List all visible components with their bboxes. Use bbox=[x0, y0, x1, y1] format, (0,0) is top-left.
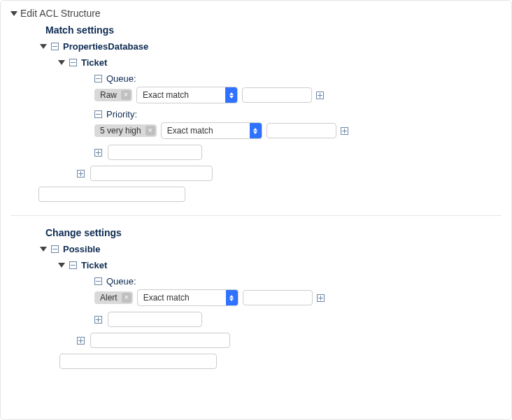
section-separator bbox=[10, 215, 502, 216]
match-settings-heading: Match settings bbox=[45, 24, 502, 36]
match-queue-value-input[interactable] bbox=[242, 87, 312, 103]
change-add-root-row bbox=[59, 354, 502, 371]
match-queue-chip-remove-icon[interactable]: × bbox=[121, 90, 131, 100]
change-queue-chip: Alert × bbox=[94, 291, 133, 304]
match-ticket-add-field-icon[interactable] bbox=[94, 149, 102, 157]
match-queue-field-row: Queue: bbox=[94, 73, 502, 84]
match-root-label: PropertiesDatabase bbox=[63, 41, 148, 52]
match-priority-remove-icon[interactable] bbox=[94, 110, 102, 118]
match-priority-matchtype-text: Exact match bbox=[167, 126, 213, 136]
match-root-remove-icon[interactable] bbox=[51, 43, 59, 50]
change-add-root-input[interactable] bbox=[59, 354, 217, 369]
match-ticket-remove-icon[interactable] bbox=[69, 59, 77, 66]
match-queue-remove-icon[interactable] bbox=[94, 75, 102, 82]
match-add-root-row bbox=[38, 187, 502, 204]
match-priority-field-row: Priority: bbox=[94, 109, 502, 120]
change-settings-heading: Change settings bbox=[45, 227, 502, 238]
change-ticket-triangle-icon[interactable] bbox=[58, 263, 65, 268]
select-arrows-icon bbox=[226, 290, 238, 305]
change-root-add-child-input[interactable] bbox=[90, 333, 230, 348]
change-queue-chip-text: Alert bbox=[100, 293, 118, 303]
change-ticket-add-field-icon[interactable] bbox=[94, 316, 102, 324]
select-arrows-icon bbox=[225, 87, 237, 103]
change-ticket-label: Ticket bbox=[81, 260, 107, 270]
change-root-row[interactable]: Possible bbox=[40, 244, 502, 254]
change-root-label: Possible bbox=[63, 244, 100, 254]
match-priority-chip-text: 5 very high bbox=[100, 126, 141, 136]
match-root-triangle-icon[interactable] bbox=[40, 44, 47, 49]
match-root-row[interactable]: PropertiesDatabase bbox=[40, 41, 502, 52]
match-queue-label: Queue: bbox=[106, 73, 136, 84]
match-root-add-child-row bbox=[77, 166, 502, 181]
change-queue-chip-remove-icon[interactable]: × bbox=[122, 293, 131, 303]
change-queue-add-icon[interactable] bbox=[317, 294, 325, 302]
change-queue-controls: Alert × Exact match bbox=[94, 289, 502, 306]
match-ticket-label: Ticket bbox=[81, 57, 107, 68]
change-queue-matchtype-select[interactable]: Exact match bbox=[137, 289, 239, 306]
match-priority-add-icon[interactable] bbox=[341, 127, 348, 135]
match-root-add-child-input[interactable] bbox=[90, 166, 213, 181]
match-priority-chip-remove-icon[interactable]: × bbox=[145, 126, 155, 136]
match-queue-matchtype-select[interactable]: Exact match bbox=[136, 87, 238, 103]
match-queue-controls: Raw × Exact match bbox=[94, 87, 502, 103]
match-ticket-triangle-icon[interactable] bbox=[58, 60, 65, 65]
match-priority-value-input[interactable] bbox=[266, 123, 336, 138]
match-priority-chip: 5 very high × bbox=[94, 124, 157, 137]
change-queue-value-input[interactable] bbox=[243, 290, 313, 305]
match-add-root-input[interactable] bbox=[38, 187, 185, 202]
change-root-add-child-row bbox=[77, 333, 502, 348]
panel-collapse-triangle-icon[interactable] bbox=[10, 11, 17, 16]
change-queue-label: Queue: bbox=[106, 276, 136, 287]
match-priority-label: Priority: bbox=[106, 109, 137, 120]
change-root-add-child-icon[interactable] bbox=[77, 337, 85, 345]
match-queue-add-icon[interactable] bbox=[316, 92, 324, 99]
match-ticket-add-field-input[interactable] bbox=[108, 145, 202, 160]
select-arrows-icon bbox=[250, 123, 262, 138]
match-ticket-row[interactable]: Ticket bbox=[58, 57, 502, 68]
match-ticket-add-field-row bbox=[94, 145, 502, 160]
change-queue-matchtype-text: Exact match bbox=[143, 293, 190, 303]
change-root-triangle-icon[interactable] bbox=[40, 247, 47, 252]
match-root-add-child-icon[interactable] bbox=[77, 170, 85, 178]
match-priority-controls: 5 very high × Exact match bbox=[94, 122, 502, 139]
change-ticket-add-field-input[interactable] bbox=[108, 312, 202, 327]
change-queue-field-row: Queue: bbox=[94, 276, 502, 287]
panel-title-row[interactable]: Edit ACL Structure bbox=[10, 8, 502, 19]
panel-title-text: Edit ACL Structure bbox=[20, 8, 101, 19]
change-queue-remove-icon[interactable] bbox=[94, 277, 102, 285]
match-queue-chip: Raw × bbox=[94, 89, 132, 101]
change-root-remove-icon[interactable] bbox=[51, 245, 59, 253]
change-ticket-remove-icon[interactable] bbox=[69, 261, 77, 269]
acl-panel: Edit ACL Structure Match settings Proper… bbox=[0, 0, 512, 420]
match-queue-matchtype-text: Exact match bbox=[143, 90, 189, 100]
change-ticket-add-field-row bbox=[94, 312, 502, 327]
match-queue-chip-text: Raw bbox=[100, 90, 117, 100]
match-priority-matchtype-select[interactable]: Exact match bbox=[161, 122, 262, 139]
change-ticket-row[interactable]: Ticket bbox=[58, 260, 502, 270]
